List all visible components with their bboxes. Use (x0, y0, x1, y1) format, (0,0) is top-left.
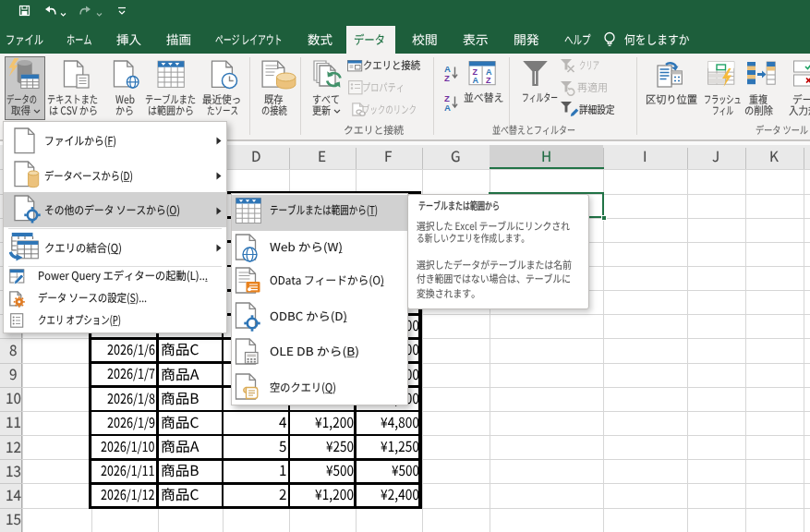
svg-text:Z: Z (444, 73, 450, 83)
svg-text:A: A (444, 103, 451, 113)
svg-text:A: A (486, 67, 492, 77)
svg-text:Z: Z (486, 76, 491, 85)
svg-text:Z: Z (473, 67, 478, 77)
svg-text:A: A (473, 76, 479, 85)
